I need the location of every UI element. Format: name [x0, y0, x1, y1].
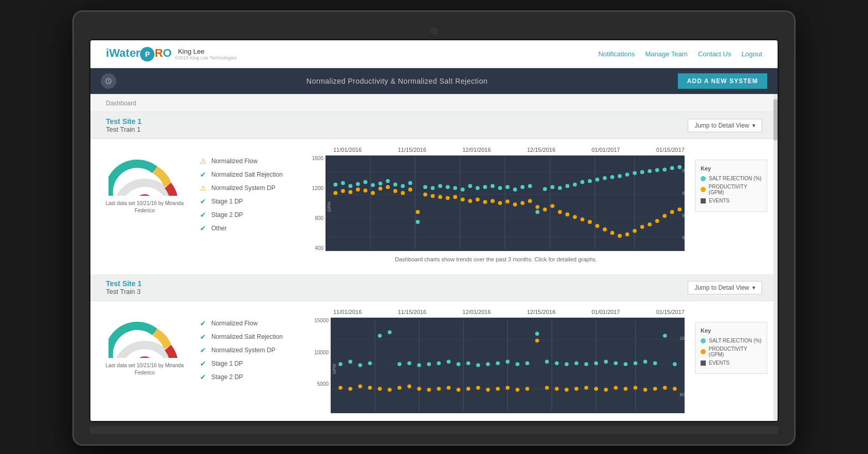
key-box-1: Key SALT REJECTION (%) PRODUCTIVITY (GPM…	[695, 160, 767, 212]
key-item-1-0: SALT REJECTION (%)	[701, 176, 762, 181]
gauge-1: !	[109, 157, 181, 196]
svg-point-18	[363, 189, 367, 193]
svg-point-183	[565, 362, 569, 366]
logo-area: iWaterPRO King Lee ©2015 King Lee Techno…	[106, 46, 237, 61]
svg-point-78	[461, 187, 465, 192]
check-icon-1-1: ✔	[199, 170, 207, 179]
key-item-1-1: PRODUCTIVITY (GPM)	[701, 184, 762, 195]
svg-point-168	[417, 363, 421, 367]
chart-with-axes-1: 1600 1200 800 400	[307, 155, 685, 251]
svg-point-128	[368, 386, 372, 390]
svg-point-138	[467, 387, 471, 391]
svg-point-69	[393, 182, 397, 186]
scrollbar-track[interactable]	[773, 94, 778, 421]
key-dot-orange-1	[701, 187, 706, 192]
svg-text:GPM: GPM	[327, 202, 332, 212]
svg-point-105	[663, 167, 667, 171]
key-label-1-2: EVENTS	[709, 198, 730, 203]
svg-point-17	[356, 187, 360, 192]
svg-point-45	[565, 212, 569, 216]
nav-logout[interactable]: Logout	[741, 50, 762, 58]
svg-point-60	[677, 208, 681, 212]
site-name-1: Test Site 1	[106, 117, 142, 126]
logo-water: Water	[109, 46, 140, 59]
legend-label-1-5: Other	[211, 225, 227, 232]
svg-point-57	[655, 219, 659, 223]
add-system-button[interactable]: ADD A NEW SYSTEM	[678, 73, 767, 89]
check-icon-2-2: ✔	[199, 346, 207, 354]
nav-manage-team[interactable]: Manage Team	[645, 50, 688, 58]
legend-label-1-1: Normalized Salt Rejection	[211, 171, 283, 178]
key-label-2-1: PRODUCTIVITY (GPM)	[709, 346, 762, 357]
svg-point-36	[498, 201, 502, 205]
svg-point-190	[633, 361, 638, 365]
svg-point-153	[614, 386, 618, 390]
svg-point-106	[670, 166, 674, 170]
legend-label-2-3: Stage 1 DP	[211, 360, 243, 367]
svg-point-154	[624, 387, 628, 391]
svg-point-24	[408, 187, 412, 192]
breadcrumb-area: Dashboard	[90, 94, 778, 112]
key-square-1	[701, 198, 706, 203]
chart-note-text-1: Dashboard charts show trends over the pa…	[395, 256, 597, 262]
svg-point-140	[486, 388, 490, 392]
svg-point-133	[417, 387, 421, 391]
site-header-2: Test Site 1 Test Train 3 Jump to Detail …	[90, 274, 778, 301]
svg-point-56	[648, 223, 652, 227]
jump-detail-btn-1[interactable]: Jump to Detail View ▾	[688, 119, 762, 132]
svg-point-95	[588, 179, 592, 183]
svg-point-72	[416, 220, 420, 224]
logo-copyright: ©2015 King Lee Technologies	[175, 55, 237, 60]
check-icon-2-3: ✔	[199, 359, 207, 368]
svg-point-165	[388, 330, 392, 334]
nav-contact-us[interactable]: Contact Us	[698, 50, 731, 58]
legend-item-1-1: ✔ Normalized Salt Rejection	[199, 170, 297, 179]
scrollbar-thumb[interactable]	[773, 99, 778, 140]
svg-point-80	[476, 186, 480, 190]
menu-icon[interactable]	[101, 73, 116, 89]
jump-detail-btn-2[interactable]: Jump to Detail View ▾	[688, 281, 762, 294]
svg-point-167	[407, 361, 411, 365]
svg-point-25	[416, 210, 420, 214]
site-name-2: Test Site 1	[106, 279, 142, 288]
chart-wrapper-2[interactable]: 11/01/2016 11/15/2016 12/01/2016 12/15/2…	[307, 309, 685, 413]
legend-label-1-3: Stage 1 DP	[211, 198, 243, 205]
svg-point-82	[491, 184, 495, 188]
svg-point-136	[447, 386, 451, 390]
nav-notifications[interactable]: Notifications	[598, 50, 635, 58]
svg-point-58	[663, 214, 667, 218]
svg-point-194	[673, 362, 677, 366]
svg-point-74	[431, 186, 435, 190]
svg-point-77	[453, 186, 457, 190]
svg-point-103	[648, 169, 652, 173]
svg-point-84	[505, 185, 509, 189]
svg-point-48	[588, 220, 592, 224]
svg-point-180	[535, 332, 539, 336]
svg-point-163	[368, 361, 372, 365]
gauge-label-2: Last data set 10/21/16 by Miranda Federi…	[101, 362, 189, 377]
gauge-area-2: ! Last data set 10/21/16 by Miranda Fede…	[101, 309, 189, 413]
svg-point-137	[457, 388, 461, 392]
svg-point-97	[603, 176, 607, 180]
svg-point-55	[640, 225, 644, 229]
svg-point-62	[341, 181, 345, 185]
legend-item-1-3: ✔ Stage 1 DP	[199, 197, 297, 206]
svg-point-161	[348, 360, 352, 364]
main-content: Dashboard Test Site 1 Test Train 1 Jump …	[90, 94, 778, 421]
svg-point-29	[446, 196, 450, 200]
legend-item-1-4: ✔ Stage 2 DP	[199, 211, 297, 219]
svg-point-113	[135, 356, 154, 358]
svg-point-64	[356, 182, 360, 186]
svg-point-160	[338, 362, 343, 366]
check-icon-2-0: ✔	[199, 319, 207, 327]
svg-point-15	[341, 189, 345, 193]
chart-wrapper-1[interactable]: 11/01/2016 11/15/2016 12/01/2016 12/15/2…	[307, 147, 685, 267]
svg-text:98.0%: 98.0%	[682, 191, 685, 196]
check-icon-1-5: ✔	[199, 224, 207, 232]
site-info-2: Test Site 1 Test Train 3	[106, 279, 142, 295]
svg-point-71	[408, 181, 412, 185]
chart-dates-1: 11/01/2016 11/15/2016 12/01/2016 12/15/2…	[307, 147, 685, 155]
legend-label-2-0: Normalized Flow	[211, 320, 257, 327]
svg-point-32	[468, 199, 472, 203]
svg-point-171	[447, 360, 451, 364]
